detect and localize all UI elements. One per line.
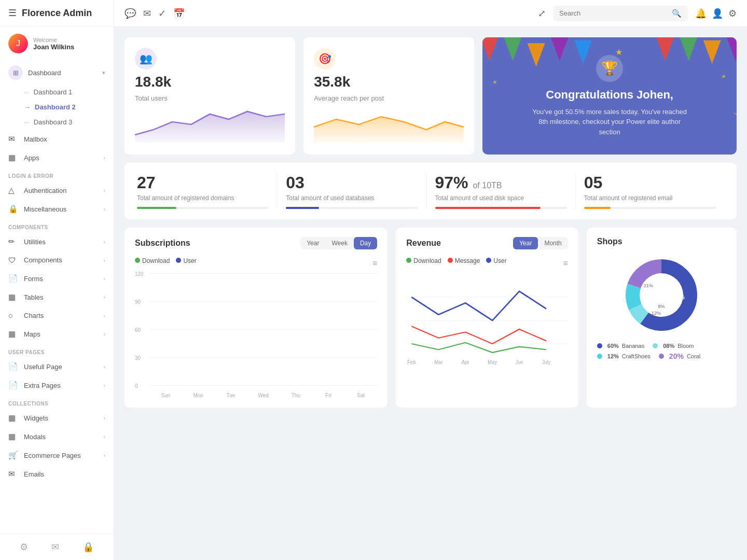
auth-icon: △ bbox=[8, 186, 19, 195]
nav-label-tables: Tables bbox=[24, 293, 44, 301]
nav-item-emails[interactable]: ✉ Emails bbox=[0, 465, 114, 483]
bell-icon[interactable]: 🔔 bbox=[695, 8, 707, 19]
nav-item-maps[interactable]: ▦ Maps › bbox=[0, 325, 114, 343]
chevron-right-icon10: › bbox=[103, 363, 105, 370]
domains-progress bbox=[137, 207, 176, 209]
svg-marker-2 bbox=[482, 37, 498, 61]
svg-text:21%: 21% bbox=[644, 283, 653, 288]
svg-text:★: ★ bbox=[721, 73, 726, 79]
x-label-fri: Fri bbox=[312, 393, 345, 398]
tab-year[interactable]: Year bbox=[300, 237, 325, 249]
hamburger-icon[interactable]: ☰ bbox=[8, 7, 17, 19]
legend-coral: Coral bbox=[687, 353, 700, 359]
tab-day[interactable]: Day bbox=[354, 237, 377, 249]
domains-num: 27 bbox=[137, 173, 269, 192]
chevron-down-icon: ▾ bbox=[102, 69, 105, 76]
avg-reach-label: Average reach per post bbox=[314, 94, 464, 102]
nav-item-charts[interactable]: ○ Charts › bbox=[0, 306, 114, 325]
dot-icon2: ··· bbox=[24, 118, 30, 126]
nav-item-extra[interactable]: 📄 Extra Pages › bbox=[0, 376, 114, 395]
revenue-line-chart: Feb Mar Apr May Jun July bbox=[406, 274, 568, 367]
sub-label-dashboard2: Dashboard 2 bbox=[35, 103, 76, 111]
gear-topbar-icon[interactable]: ⚙ bbox=[728, 8, 737, 19]
nav-item-apps[interactable]: ▦ Apps › bbox=[0, 148, 114, 167]
users-icon-wrap: 👥 bbox=[135, 48, 157, 69]
svg-text:🌙: 🌙 bbox=[732, 104, 737, 117]
svg-text:60%: 60% bbox=[674, 295, 685, 300]
chevron-right-icon13: › bbox=[103, 433, 105, 440]
check-topbar-icon[interactable]: ✓ bbox=[158, 8, 166, 19]
disk-progress bbox=[435, 207, 541, 209]
revenue-legend: Download Message User bbox=[406, 257, 506, 264]
nav-item-dashboard[interactable]: ⊞ Dashboard ▾ bbox=[0, 61, 114, 85]
section-components: COMPONENTS bbox=[0, 218, 114, 232]
chart-menu-icon[interactable]: ≡ bbox=[372, 259, 377, 268]
chevron-right-icon5: › bbox=[103, 257, 105, 263]
metric-domains: 27 Total amount of registered domains bbox=[137, 173, 278, 209]
total-users-value: 18.8k bbox=[135, 74, 285, 90]
shops-title: Shops bbox=[597, 237, 622, 246]
search-input[interactable] bbox=[559, 9, 668, 17]
calendar-topbar-icon[interactable]: 📅 bbox=[173, 8, 185, 19]
databases-num: 03 bbox=[286, 173, 418, 192]
nav-item-utilities[interactable]: ✏ Utilities › bbox=[0, 232, 114, 251]
chevron-right-icon4: › bbox=[103, 239, 105, 245]
nav-item-usefull[interactable]: 📄 Usefull Page › bbox=[0, 357, 114, 376]
nav-item-misc[interactable]: 🔒 Miscellaneous › bbox=[0, 200, 114, 218]
chevron-right-icon: › bbox=[103, 155, 105, 161]
bottom-panels: Subscriptions Year Week Day Download Use… bbox=[125, 228, 737, 408]
nav-label-components: Components bbox=[24, 256, 62, 264]
lock-footer-icon[interactable]: 🔒 bbox=[82, 541, 94, 553]
subscriptions-tabs: Year Week Day bbox=[300, 237, 377, 249]
user-topbar-icon[interactable]: 👤 bbox=[712, 8, 723, 19]
mail-topbar-icon[interactable]: ✉ bbox=[143, 8, 151, 19]
nav-label-maps: Maps bbox=[24, 330, 40, 338]
nav-label-ecommerce: Ecommerce Pages bbox=[24, 452, 81, 459]
svg-text:May: May bbox=[488, 359, 497, 365]
nav-item-auth[interactable]: △ Authentication › bbox=[0, 181, 114, 200]
svg-marker-3 bbox=[504, 37, 522, 61]
revenue-tab-month[interactable]: Month bbox=[538, 237, 568, 249]
svg-text:Apr: Apr bbox=[462, 359, 469, 365]
sidebar-header: ☰ Florence Admin bbox=[0, 0, 114, 26]
modals-icon: ▦ bbox=[8, 432, 19, 441]
nav-item-tables[interactable]: ▦ Tables › bbox=[0, 288, 114, 306]
nav-item-ecommerce[interactable]: 🛒 Ecommerce Pages › bbox=[0, 446, 114, 465]
nav-label-apps: Apps bbox=[24, 154, 39, 162]
tables-icon: ▦ bbox=[8, 292, 19, 302]
legend-craftshoes: CraftShoes bbox=[622, 353, 651, 359]
search-bar[interactable]: 🔍 bbox=[553, 6, 688, 21]
chevron-right-icon11: › bbox=[103, 382, 105, 388]
expand-icon[interactable]: ⤢ bbox=[538, 8, 546, 19]
components-icon: 🛡 bbox=[8, 256, 19, 264]
svg-text:12%: 12% bbox=[652, 311, 661, 316]
svg-marker-6 bbox=[574, 40, 592, 64]
section-collections: COLLECTIONS bbox=[0, 395, 114, 409]
revenue-tab-year[interactable]: Year bbox=[513, 237, 538, 249]
domains-desc: Total amount of registered domains bbox=[137, 194, 269, 202]
sidebar-item-dashboard3[interactable]: ··· Dashboard 3 bbox=[0, 115, 114, 130]
svg-marker-4 bbox=[528, 43, 545, 66]
svg-marker-0 bbox=[135, 111, 285, 143]
svg-marker-1 bbox=[314, 117, 464, 143]
nav-item-mailbox[interactable]: ✉ Mailbox bbox=[0, 130, 114, 148]
nav-item-components[interactable]: 🛡 Components › bbox=[0, 251, 114, 269]
email-desc: Total amount of registered email bbox=[584, 194, 716, 202]
content-area: 👥 18.8k Total users bbox=[114, 27, 747, 560]
bar-chart: 0 30 60 90 120 SunMonTueWedThuFriSat bbox=[135, 274, 377, 398]
subscriptions-legend: Download User bbox=[135, 257, 197, 264]
settings-icon[interactable]: ⚙ bbox=[20, 541, 28, 553]
nav-item-modals[interactable]: ▦ Modals › bbox=[0, 427, 114, 446]
tab-week[interactable]: Week bbox=[325, 237, 353, 249]
emails-icon: ✉ bbox=[8, 469, 19, 479]
mail-footer-icon[interactable]: ✉ bbox=[51, 541, 59, 553]
nav-item-widgets[interactable]: ▦ Widgets › bbox=[0, 409, 114, 427]
sidebar-item-dashboard1[interactable]: ··· Dashboard 1 bbox=[0, 85, 114, 100]
revenue-menu-icon[interactable]: ≡ bbox=[563, 259, 568, 268]
chat-topbar-icon[interactable]: 💬 bbox=[125, 8, 136, 19]
nav-item-forms[interactable]: 📄 Forms › bbox=[0, 269, 114, 288]
widgets-icon: ▦ bbox=[8, 413, 19, 423]
sidebar-item-dashboard2[interactable]: → Dashboard 2 bbox=[0, 100, 114, 115]
svg-marker-8 bbox=[680, 37, 698, 61]
top-cards-row: 👥 18.8k Total users bbox=[125, 37, 737, 155]
